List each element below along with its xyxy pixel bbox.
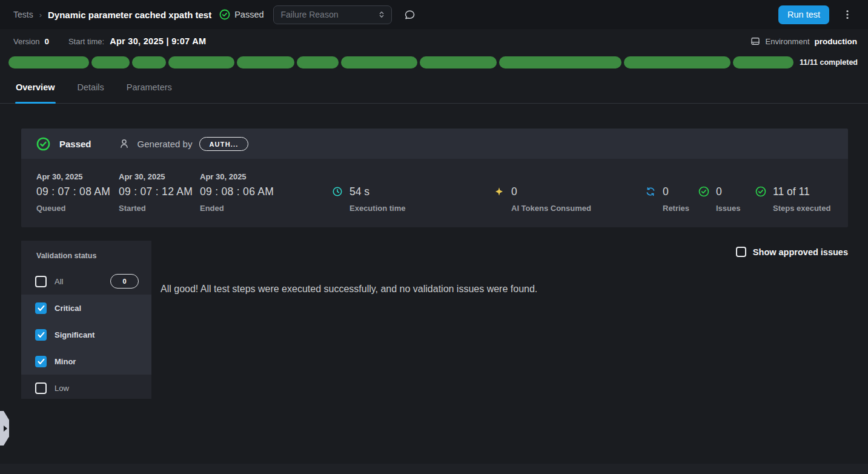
generated-by-badge[interactable]: AUTH... [199,137,248,151]
progress-row: 11/11 completed [0,53,868,72]
stat-queued: Apr 30, 2025 09 : 07 : 08 AM Queued [36,172,110,213]
progress-segment-5 [237,56,294,68]
breadcrumb-tests-link[interactable]: Tests [13,10,33,19]
progress-segment-8 [420,56,497,68]
stat-value: 0 [511,185,591,198]
stat-label: Ended [200,204,274,213]
validation-label-all: All [55,277,63,286]
generated-by-label: Generated by [137,139,193,149]
top-bar: Tests › Dynamic parameter cached xpath t… [0,0,868,29]
stat-value: 11 of 11 [773,185,830,198]
checkbox-critical[interactable] [35,302,47,314]
validation-row-minor[interactable]: Minor [21,348,151,375]
validation-label-critical: Critical [55,304,81,313]
stat-ended: Apr 30, 2025 09 : 08 : 06 AM Ended [200,172,274,213]
progress-completed-label: 11/11 completed [800,58,858,67]
stat-date: Apr 30, 2025 [36,172,110,181]
status-badge: Passed [219,9,263,20]
content-area: Passed Generated by AUTH... Apr 30, 2025… [0,104,868,474]
validation-row-critical[interactable]: Critical [21,295,151,321]
refresh-icon [645,186,656,213]
all-count-badge: 0 [110,274,139,289]
progress-segment-6 [297,56,338,68]
checkbox-significant[interactable] [35,329,47,341]
check-circle-icon [36,137,50,151]
chevron-right-icon [4,426,7,432]
stat-label: Queued [36,204,110,213]
show-approved-label: Show approved issues [753,247,848,257]
show-approved-issues[interactable]: Show approved issues [736,247,848,257]
user-icon [118,138,130,150]
progress-segment-10 [624,56,731,68]
validation-status-panel: Validation status All0CriticalSignifican… [21,241,151,399]
stat-time: 09 : 08 : 06 AM [200,185,274,198]
stat-time: 09 : 07 : 12 AM [119,185,193,198]
validation-heading: Validation status [21,241,151,260]
breadcrumb-separator: › [39,10,42,19]
checkbox-low[interactable] [35,382,47,394]
stat-issues: 0 Issues [698,185,740,213]
progress-segment-3 [132,56,166,68]
stat-date: Apr 30, 2025 [119,172,193,181]
check-circle-icon [755,186,766,213]
stat-date: Apr 30, 2025 [200,172,274,181]
progress-segment-9 [499,56,621,68]
progress-segment-2 [91,56,130,68]
checkbox-minor[interactable] [35,356,47,367]
failure-reason-placeholder: Failure Reason [281,10,339,19]
check-circle-icon [698,186,709,213]
summary-card: Passed Generated by AUTH... Apr 30, 2025… [21,129,848,227]
meta-bar: Version 0 Start time: Apr 30, 2025 | 9:0… [0,29,868,53]
environment-group: Environment production [750,36,857,47]
stat-steps-executed: 11 of 11 Steps executed [755,185,830,213]
validation-label-significant: Significant [55,330,94,339]
progress-segment-7 [341,56,417,68]
page-title: Dynamic parameter cached xpath test [48,10,211,20]
start-time-value: Apr 30, 2025 | 9:07 AM [110,36,206,46]
tab-details[interactable]: Details [78,72,104,103]
tab-parameters[interactable]: Parameters [127,72,172,103]
validation-label-low: Low [55,384,69,393]
stat-execution-time: 54 s Execution time [332,185,405,213]
stat-value: 0 [663,185,689,198]
failure-reason-select[interactable]: Failure Reason [273,5,392,24]
clock-icon [332,186,343,213]
chevron-up-down-icon [377,10,386,19]
summary-card-body: Apr 30, 2025 09 : 07 : 08 AM Queued Apr … [21,159,848,227]
start-time-label: Start time: [68,37,104,46]
environment-label: Environment [766,37,810,46]
validation-row-low[interactable]: Low [21,375,151,401]
check-circle-icon [219,9,230,20]
version-label: Version [13,37,39,46]
progress-segment-1 [8,56,89,68]
environment-value: production [815,37,858,46]
stat-label: Started [119,204,193,213]
validation-row-all[interactable]: All0 [21,268,151,295]
stat-value: 54 s [350,185,405,198]
version-value: 0 [44,37,49,46]
progress-segment-11 [733,56,793,68]
stat-retries: 0 Retries [645,185,689,213]
summary-status-label: Passed [59,139,91,149]
progress-track [8,56,793,68]
checkbox-all[interactable] [35,276,47,287]
stat-value: 0 [716,185,740,198]
sparkle-icon [494,186,505,213]
comment-icon[interactable] [403,8,416,21]
stat-label: AI Tokens Consumed [511,204,591,213]
tabs: OverviewDetailsParameters [0,72,868,104]
stat-time: 09 : 07 : 08 AM [36,185,110,198]
kebab-menu-icon[interactable] [841,8,853,21]
stat-label: Steps executed [773,204,830,213]
validation-row-significant[interactable]: Significant [21,321,151,348]
result-message: All good! All test steps were executed s… [161,284,537,295]
stat-started: Apr 30, 2025 09 : 07 : 12 AM Started [119,172,193,213]
stat-label: Issues [716,204,740,213]
tab-overview[interactable]: Overview [16,72,55,103]
checkbox-show-approved[interactable] [736,247,746,257]
run-test-button[interactable]: Run test [778,5,829,24]
summary-card-header: Passed Generated by AUTH... [21,129,848,159]
stat-label: Execution time [350,204,405,213]
stat-label: Retries [663,204,689,213]
bottom-bar [0,464,868,474]
